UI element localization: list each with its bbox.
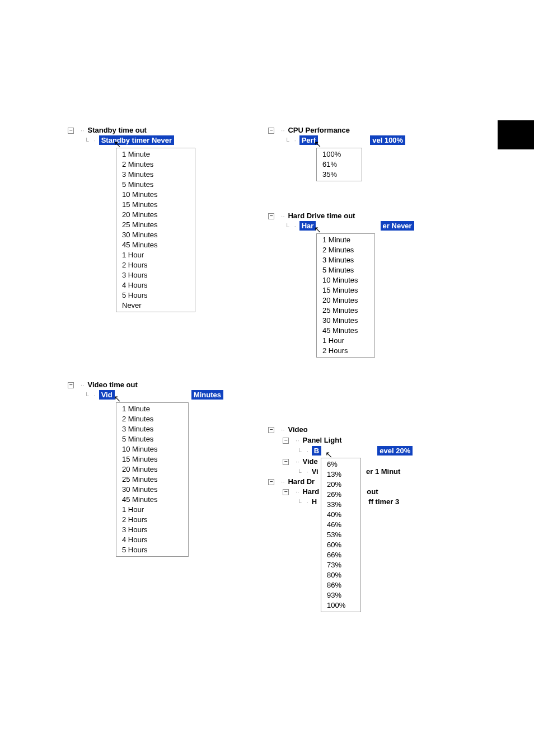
dropdown-option[interactable]: 10 Minutes xyxy=(116,190,195,200)
minus-icon[interactable]: − xyxy=(68,382,74,388)
minus-icon[interactable]: − xyxy=(268,427,274,433)
dropdown-option[interactable]: 20% xyxy=(321,480,360,490)
dropdown-option[interactable]: 2 Minutes xyxy=(317,245,374,255)
dropdown-option[interactable]: 5 Hours xyxy=(116,290,195,300)
dropdown-option[interactable]: 30 Minutes xyxy=(116,485,188,495)
video-dropdown[interactable]: 1 Minute2 Minutes3 Minutes5 Minutes10 Mi… xyxy=(116,402,189,557)
dropdown-option[interactable]: 15 Minutes xyxy=(116,200,195,210)
panel-light-node[interactable]: Panel Light xyxy=(302,436,341,444)
dropdown-option[interactable]: 3 Minutes xyxy=(317,255,374,265)
dropdown-option[interactable]: 10 Minutes xyxy=(317,275,374,285)
cpu-dropdown[interactable]: 100%61%35% xyxy=(316,148,362,181)
dropdown-option[interactable]: 5 Minutes xyxy=(116,434,188,444)
dots-icon: · xyxy=(306,447,308,455)
tree-connector: └ xyxy=(297,469,302,476)
dropdown-option[interactable]: 5 Minutes xyxy=(317,265,374,275)
cpu-label-right[interactable]: vel 100% xyxy=(370,135,405,145)
cpu-label-left[interactable]: Perf xyxy=(299,135,318,145)
dropdown-option[interactable]: 100% xyxy=(321,600,360,611)
video-label-right[interactable]: Minutes xyxy=(191,390,223,400)
dropdown-option[interactable]: 13% xyxy=(321,469,360,480)
dropdown-option[interactable]: 1 Hour xyxy=(116,250,195,260)
dropdown-option[interactable]: 1 Minute xyxy=(116,404,188,414)
dropdown-option[interactable]: 61% xyxy=(317,159,362,170)
hard-drive-item-left[interactable]: H xyxy=(312,497,317,506)
dropdown-option[interactable]: 2 Minutes xyxy=(116,414,188,424)
minus-icon[interactable]: − xyxy=(268,128,274,134)
dropdown-option[interactable]: 33% xyxy=(321,500,360,510)
video-timer-right: er 1 Minut xyxy=(366,467,400,476)
video-timeout-node-trunc[interactable]: Vide xyxy=(302,457,317,466)
dropdown-option[interactable]: 40% xyxy=(321,510,360,520)
dropdown-option[interactable]: 2 Hours xyxy=(317,346,374,356)
dropdown-option[interactable]: 60% xyxy=(321,540,360,550)
dropdown-option[interactable]: 20 Minutes xyxy=(116,464,188,475)
hdd-label-right[interactable]: er Never xyxy=(381,221,414,231)
dots-icon: ·· xyxy=(296,487,299,496)
cpu-panel: − ·· CPU Performance └ · Perf vel 100% ↖… xyxy=(268,126,447,145)
dropdown-option[interactable]: 1 Hour xyxy=(317,336,374,346)
dropdown-option[interactable]: 80% xyxy=(321,570,360,580)
dropdown-option[interactable]: 73% xyxy=(321,560,360,570)
dropdown-option[interactable]: 35% xyxy=(317,170,362,180)
video-label-left[interactable]: Vid xyxy=(99,390,115,400)
brightness-label-left[interactable]: B xyxy=(312,446,321,456)
minus-icon[interactable]: − xyxy=(283,459,289,465)
dropdown-option[interactable]: 20 Minutes xyxy=(116,210,195,220)
hard-drive-sub-right: out xyxy=(367,487,378,496)
dropdown-option[interactable]: 1 Hour xyxy=(116,505,188,515)
dropdown-option[interactable]: 25 Minutes xyxy=(317,306,374,316)
dropdown-option[interactable]: 5 Minutes xyxy=(116,180,195,190)
hard-drive-node-trunc[interactable]: Hard Dr xyxy=(288,477,315,486)
dots-icon: · xyxy=(306,467,308,476)
dropdown-option[interactable]: 93% xyxy=(321,590,360,600)
minus-icon[interactable]: − xyxy=(283,489,289,495)
dropdown-option[interactable]: 1 Minute xyxy=(317,235,374,245)
dropdown-option[interactable]: 3 Hours xyxy=(116,525,188,535)
dropdown-option[interactable]: 2 Hours xyxy=(116,260,195,270)
dropdown-option[interactable]: 45 Minutes xyxy=(116,240,195,250)
dropdown-option[interactable]: 53% xyxy=(321,530,360,540)
standby-dropdown[interactable]: 1 Minute2 Minutes3 Minutes5 Minutes10 Mi… xyxy=(116,148,195,312)
dropdown-option[interactable]: 3 Minutes xyxy=(116,170,195,180)
dropdown-option[interactable]: 4 Hours xyxy=(116,280,195,290)
dropdown-option[interactable]: 26% xyxy=(321,490,360,500)
dropdown-option[interactable]: 5 Hours xyxy=(116,545,188,555)
minus-icon[interactable]: − xyxy=(68,128,74,134)
dropdown-option[interactable]: 1 Minute xyxy=(116,149,195,159)
dropdown-option[interactable]: 46% xyxy=(321,520,360,530)
video-node[interactable]: Video xyxy=(288,425,307,434)
dropdown-option[interactable]: 3 Minutes xyxy=(116,424,188,434)
dropdown-option[interactable]: 2 Hours xyxy=(116,515,188,525)
hdd-label-left[interactable]: Har xyxy=(299,221,316,231)
dropdown-option[interactable]: 45 Minutes xyxy=(317,326,374,336)
tree-connector: └ xyxy=(297,499,302,506)
hdd-dropdown[interactable]: 1 Minute2 Minutes3 Minutes5 Minutes10 Mi… xyxy=(316,233,375,358)
dropdown-option[interactable]: 15 Minutes xyxy=(317,285,374,295)
brightness-label-right[interactable]: evel 20% xyxy=(377,446,413,456)
minus-icon[interactable]: − xyxy=(283,438,289,444)
hard-drive-sub-left[interactable]: Hard xyxy=(302,487,319,496)
dropdown-option[interactable]: 100% xyxy=(317,149,362,159)
dropdown-option[interactable]: 30 Minutes xyxy=(317,316,374,326)
minus-icon[interactable]: − xyxy=(268,479,274,485)
dropdown-option[interactable]: 86% xyxy=(321,580,360,590)
minus-icon[interactable]: − xyxy=(268,213,274,219)
dropdown-option[interactable]: 25 Minutes xyxy=(116,220,195,230)
dropdown-option[interactable]: 4 Hours xyxy=(116,535,188,545)
dropdown-option[interactable]: 45 Minutes xyxy=(116,495,188,505)
tree-connector: └ xyxy=(285,138,289,144)
dropdown-option[interactable]: 2 Minutes xyxy=(116,159,195,170)
dropdown-option[interactable]: 66% xyxy=(321,550,360,560)
video-timer-left[interactable]: Vi xyxy=(312,467,318,476)
dropdown-option[interactable]: 30 Minutes xyxy=(116,230,195,240)
standby-current-value[interactable]: Standby timer Never xyxy=(99,135,174,145)
dropdown-option[interactable]: 20 Minutes xyxy=(317,295,374,306)
dropdown-option[interactable]: Never xyxy=(116,300,195,311)
dropdown-option[interactable]: 10 Minutes xyxy=(116,444,188,454)
dropdown-option[interactable]: 25 Minutes xyxy=(116,475,188,485)
brightness-dropdown[interactable]: 6%13%20%26%33%40%46%53%60%66%73%80%86%93… xyxy=(321,458,361,612)
dropdown-option[interactable]: 3 Hours xyxy=(116,270,195,280)
dropdown-option[interactable]: 6% xyxy=(321,459,360,469)
dropdown-option[interactable]: 15 Minutes xyxy=(116,454,188,464)
